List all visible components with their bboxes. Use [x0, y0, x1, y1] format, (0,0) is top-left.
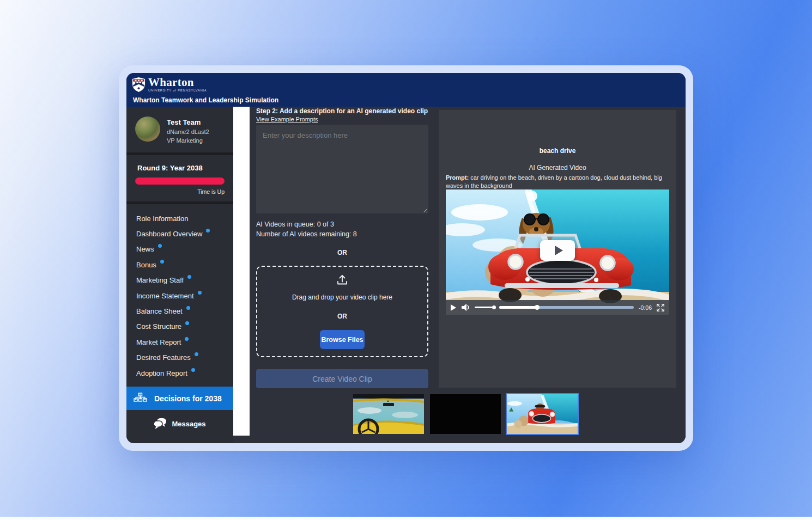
- wharton-wordmark-subtext: UNIVERSITY of PENNSYLVANIA: [148, 89, 207, 92]
- sidebar-item-adoption-report[interactable]: Adoption Report: [136, 365, 233, 381]
- wharton-logo: Wharton UNIVERSITY of PENNSYLVANIA: [132, 77, 680, 95]
- video-controls-bar: -0:06: [446, 300, 669, 315]
- video-thumbnails-row: [353, 394, 578, 434]
- notification-dot: [158, 244, 162, 248]
- browse-files-button[interactable]: Browse Files: [320, 330, 365, 349]
- sidebar-item-label: Income Statement: [136, 292, 194, 300]
- thumbnail-red-car-image: [507, 394, 578, 434]
- video-title: beach drive: [439, 147, 676, 155]
- team-avatar: [135, 117, 160, 142]
- sidebar-item-label: Cost Structure: [136, 322, 181, 331]
- play-button-icon[interactable]: [451, 304, 456, 311]
- sidebar-item-label: Adoption Report: [136, 369, 187, 377]
- round-timer-status: Time is Up: [135, 188, 225, 195]
- thumbnail-black-frame[interactable]: [430, 394, 501, 434]
- view-example-prompts-link[interactable]: View Example Prompts: [256, 116, 318, 123]
- main-content: Step 2: Add a description for an AI gene…: [250, 107, 686, 443]
- sidebar-item-label: Market Report: [136, 338, 181, 346]
- sidebar-item-label: News: [136, 245, 154, 253]
- dropzone-or: OR: [337, 313, 347, 320]
- volume-knob[interactable]: [492, 305, 496, 309]
- sidebar-nav: Role Information Dashboard Overview News…: [126, 204, 233, 383]
- team-role: VP Marketing: [167, 137, 209, 144]
- sidebar-item-dashboard-overview[interactable]: Dashboard Overview: [136, 226, 233, 241]
- sidebar-item-market-report[interactable]: Market Report: [136, 334, 233, 350]
- or-divider: OR: [256, 249, 428, 256]
- volume-icon[interactable]: [461, 303, 470, 311]
- round-timer-bar: [135, 178, 225, 185]
- time-remaining: -0:06: [639, 304, 652, 311]
- notification-dot: [206, 229, 210, 233]
- team-member-name: dName2 dLast2: [167, 129, 209, 135]
- video-preview-panel: beach drive AI Generated Video Prompt: c…: [439, 110, 676, 388]
- sidebar-item-news[interactable]: News: [136, 242, 233, 257]
- thumbnail-yellow-car-dashboard[interactable]: [353, 394, 424, 434]
- wharton-wordmark-text: Wharton: [148, 77, 207, 88]
- round-section: Round 9: Year 2038 Time is Up: [126, 155, 233, 201]
- video-dropzone[interactable]: Drag and drop your video clip here OR Br…: [256, 266, 428, 357]
- sidebar-item-label: Desired Features: [136, 353, 191, 362]
- progress-knob[interactable]: [535, 305, 540, 310]
- sidebar-item-bonus[interactable]: Bonus: [136, 257, 233, 272]
- team-info: Test Team dName2 dLast2 VP Marketing: [167, 117, 209, 144]
- sidebar-item-income-statement[interactable]: Income Statement: [136, 288, 233, 303]
- create-video-clip-button[interactable]: Create Video Clip: [256, 369, 428, 388]
- notification-dot: [160, 260, 164, 264]
- thumbnail-yellow-car-image: [353, 394, 424, 434]
- sidebar-item-balance-sheet[interactable]: Balance Sheet: [136, 303, 233, 319]
- thumbnail-red-car-beach[interactable]: [507, 394, 578, 434]
- play-overlay-button[interactable]: [540, 240, 575, 261]
- team-name: Test Team: [167, 118, 209, 126]
- notification-dot: [191, 368, 195, 372]
- sidebar-item-decisions-label: Decisions for 2038: [154, 394, 222, 403]
- notification-dot: [186, 306, 190, 310]
- app-body: Test Team dName2 dLast2 VP Marketing Rou…: [126, 107, 686, 443]
- sidebar-item-label: Balance Sheet: [136, 307, 183, 315]
- notification-dot: [187, 275, 191, 279]
- prompt-text: car driving on the beach, driven by a ca…: [446, 174, 662, 189]
- app-window-inner: Wharton UNIVERSITY of PENNSYLVANIA Whart…: [126, 73, 686, 443]
- dropzone-text: Drag and drop your video clip here: [292, 293, 392, 301]
- step-title: Step 2: Add a description for an AI gene…: [256, 107, 428, 115]
- sidebar-item-desired-features[interactable]: Desired Features: [136, 350, 233, 365]
- description-input[interactable]: [256, 125, 428, 213]
- sidebar-item-cost-structure[interactable]: Cost Structure: [136, 319, 233, 334]
- team-card: Test Team dName2 dLast2 VP Marketing: [126, 107, 233, 152]
- queue-status: AI Videos in queue: 0 of 3: [256, 221, 334, 228]
- prompt-label: Prompt:: [446, 174, 469, 181]
- sidebar-item-messages-label: Messages: [172, 420, 205, 428]
- sidebar: Test Team dName2 dLast2 VP Marketing Rou…: [126, 107, 233, 443]
- sidebar-item-label: Bonus: [136, 261, 156, 269]
- svg-text:?: ?: [140, 399, 141, 402]
- sidebar-item-role-information[interactable]: Role Information: [136, 211, 233, 226]
- notification-dot: [185, 321, 189, 325]
- notification-dot: [185, 337, 189, 341]
- video-subtitle: AI Generated Video: [439, 164, 676, 172]
- app-title: Wharton Teamwork and Leadership Simulati…: [132, 96, 680, 104]
- notification-dot: [195, 352, 198, 356]
- notification-dot: [198, 291, 202, 295]
- remaining-status: Number of AI videos remaining: 8: [256, 230, 357, 238]
- app-window: Wharton UNIVERSITY of PENNSYLVANIA Whart…: [119, 65, 693, 451]
- messages-chat-icon: [154, 418, 166, 430]
- sidebar-item-decisions[interactable]: ? Decisions for 2038: [126, 387, 233, 410]
- volume-slider[interactable]: [475, 307, 494, 308]
- progress-bar[interactable]: [499, 306, 634, 309]
- page-bottom-strip: [0, 517, 812, 520]
- app-header: Wharton UNIVERSITY of PENNSYLVANIA Whart…: [126, 73, 686, 107]
- wharton-wordmark: Wharton UNIVERSITY of PENNSYLVANIA: [148, 77, 207, 92]
- sidebar-item-messages[interactable]: Messages: [126, 413, 233, 435]
- sidebar-item-label: Marketing Staff: [136, 276, 184, 284]
- progress-fill: [499, 306, 537, 309]
- decisions-org-chart-icon: ?: [134, 393, 147, 404]
- content-scrollbar-track[interactable]: [233, 107, 250, 436]
- sidebar-item-marketing-staff[interactable]: Marketing Staff: [136, 273, 233, 288]
- fullscreen-icon[interactable]: [657, 304, 664, 311]
- play-icon: [555, 246, 563, 255]
- sidebar-item-label: Role Information: [136, 215, 188, 223]
- upload-icon: [336, 274, 348, 285]
- video-prompt: Prompt: car driving on the beach, driven…: [446, 174, 669, 190]
- video-player[interactable]: -0:06: [446, 189, 669, 315]
- round-label: Round 9: Year 2038: [135, 164, 225, 172]
- description-field-wrap: [256, 125, 428, 213]
